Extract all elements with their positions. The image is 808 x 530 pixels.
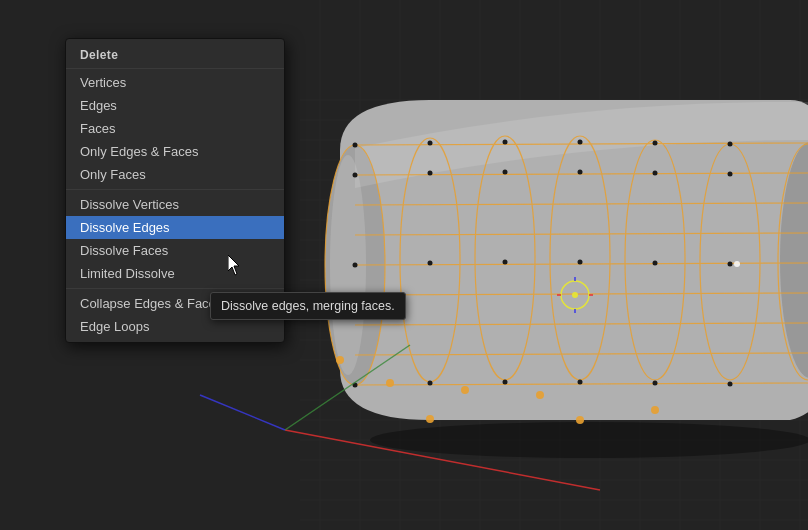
svg-point-80 <box>734 261 740 267</box>
svg-point-63 <box>428 171 433 176</box>
svg-point-70 <box>503 260 508 265</box>
svg-point-92 <box>426 415 434 423</box>
menu-item-limited-dissolve[interactable]: Limited Dissolve <box>66 262 284 285</box>
menu-item-only-faces[interactable]: Only Faces <box>66 163 284 186</box>
svg-point-36 <box>370 422 808 458</box>
menu-item-vertices[interactable]: Vertices <box>66 71 284 94</box>
svg-point-60 <box>653 141 658 146</box>
svg-point-59 <box>578 140 583 145</box>
menu-item-dissolve-faces[interactable]: Dissolve Faces <box>66 239 284 262</box>
svg-point-95 <box>651 406 659 414</box>
tooltip: Dissolve edges, merging faces. <box>210 292 406 320</box>
svg-point-76 <box>503 380 508 385</box>
menu-separator <box>66 288 284 289</box>
svg-point-91 <box>461 386 469 394</box>
svg-point-93 <box>536 391 544 399</box>
svg-point-65 <box>578 170 583 175</box>
menu-item-edges[interactable]: Edges <box>66 94 284 117</box>
svg-point-61 <box>728 142 733 147</box>
svg-point-82 <box>572 292 578 298</box>
svg-point-75 <box>428 381 433 386</box>
svg-point-94 <box>576 416 584 424</box>
svg-point-66 <box>653 171 658 176</box>
svg-point-71 <box>578 260 583 265</box>
menu-title: Delete <box>66 43 284 69</box>
svg-point-78 <box>653 381 658 386</box>
svg-point-69 <box>428 261 433 266</box>
svg-point-68 <box>353 263 358 268</box>
svg-point-64 <box>503 170 508 175</box>
menu-item-dissolve-edges[interactable]: Dissolve Edges <box>66 216 284 239</box>
svg-point-79 <box>728 382 733 387</box>
svg-point-72 <box>653 261 658 266</box>
svg-point-73 <box>728 262 733 267</box>
svg-point-90 <box>386 379 394 387</box>
menu-item-dissolve-vertices[interactable]: Dissolve Vertices <box>66 193 284 216</box>
menu-item-faces[interactable]: Faces <box>66 117 284 140</box>
svg-point-56 <box>353 143 358 148</box>
svg-point-57 <box>428 141 433 146</box>
menu-item-only-edges-faces[interactable]: Only Edges & Faces <box>66 140 284 163</box>
svg-point-67 <box>728 172 733 177</box>
svg-point-77 <box>578 380 583 385</box>
svg-point-58 <box>503 140 508 145</box>
svg-point-96 <box>336 356 344 364</box>
menu-separator <box>66 189 284 190</box>
tooltip-text: Dissolve edges, merging faces. <box>221 299 395 313</box>
svg-point-62 <box>353 173 358 178</box>
